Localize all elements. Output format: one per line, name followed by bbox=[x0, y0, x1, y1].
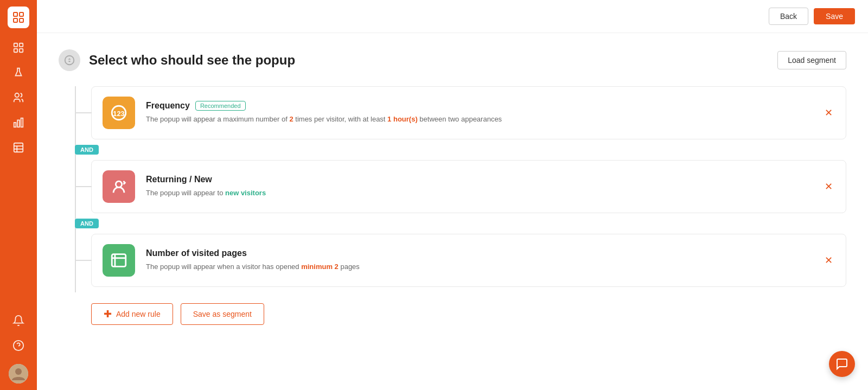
and-badge-2: AND bbox=[75, 219, 99, 228]
rule-card-returning: Returning / New The popup will appear to… bbox=[91, 160, 846, 213]
rule-block-returning: Returning / New The popup will appear to… bbox=[75, 160, 846, 213]
add-rule-label: Add new rule bbox=[116, 310, 161, 318]
rule-card-frequency: 123 Frequency Recommended The popup will… bbox=[91, 86, 846, 139]
save-segment-label: Save as segment bbox=[193, 310, 252, 318]
svg-rect-1 bbox=[20, 12, 23, 16]
svg-rect-4 bbox=[14, 43, 17, 47]
svg-point-23 bbox=[116, 181, 122, 187]
frequency-count: 2 bbox=[289, 115, 293, 123]
returning-title-row: Returning / New bbox=[146, 175, 813, 184]
rules-container: 123 Frequency Recommended The popup will… bbox=[75, 86, 846, 325]
plus-icon: ✚ bbox=[104, 309, 112, 319]
sidebar-item-table[interactable] bbox=[8, 137, 29, 158]
sidebar-item-bell[interactable] bbox=[8, 310, 29, 331]
save-segment-button[interactable]: Save as segment bbox=[181, 303, 264, 325]
pages-icon bbox=[103, 244, 135, 277]
bottom-actions: ✚ Add new rule Save as segment bbox=[91, 303, 846, 325]
returning-icon bbox=[103, 170, 135, 203]
add-rule-button[interactable]: ✚ Add new rule bbox=[91, 303, 173, 325]
pages-title-row: Number of visited pages bbox=[146, 248, 813, 258]
pages-close-button[interactable]: ✕ bbox=[822, 254, 835, 267]
and-connector-2: AND bbox=[75, 219, 846, 228]
svg-rect-10 bbox=[17, 120, 20, 127]
frequency-close-button[interactable]: ✕ bbox=[822, 106, 835, 119]
pages-title: Number of visited pages bbox=[146, 248, 247, 258]
main-content: Back Save Select who should see the popu… bbox=[37, 0, 868, 390]
sidebar-item-help[interactable] bbox=[8, 335, 29, 356]
chat-bubble-button[interactable] bbox=[829, 351, 855, 377]
recommended-badge: Recommended bbox=[195, 101, 246, 111]
save-button[interactable]: Save bbox=[814, 8, 855, 24]
topbar: Back Save bbox=[37, 0, 868, 33]
sidebar-item-lab[interactable] bbox=[8, 62, 29, 84]
frequency-title-row: Frequency Recommended bbox=[146, 101, 813, 111]
svg-rect-6 bbox=[14, 49, 17, 52]
svg-point-8 bbox=[15, 93, 19, 97]
frequency-icon: 123 bbox=[103, 97, 135, 129]
page-header: Select who should see the popup Load seg… bbox=[59, 49, 846, 71]
returning-close-button[interactable]: ✕ bbox=[822, 180, 835, 193]
and-connector-1: AND bbox=[75, 145, 846, 155]
content-area: Select who should see the popup Load seg… bbox=[37, 33, 868, 390]
rule-card-pages: Number of visited pages The popup will a… bbox=[91, 234, 846, 287]
page-header-left: Select who should see the popup bbox=[59, 49, 295, 71]
pages-content: Number of visited pages The popup will a… bbox=[146, 248, 813, 272]
sidebar-item-users[interactable] bbox=[8, 87, 29, 108]
svg-rect-12 bbox=[14, 143, 23, 152]
svg-rect-24 bbox=[112, 254, 126, 267]
sidebar-item-grid[interactable] bbox=[8, 37, 29, 59]
returning-content: Returning / New The popup will appear to… bbox=[146, 175, 813, 199]
page-icon bbox=[59, 49, 80, 71]
pages-minimum: minimum 2 bbox=[301, 263, 339, 271]
svg-rect-9 bbox=[14, 123, 16, 127]
frequency-content: Frequency Recommended The popup will app… bbox=[146, 101, 813, 125]
sidebar-logo[interactable] bbox=[8, 7, 29, 28]
load-segment-button[interactable]: Load segment bbox=[777, 51, 846, 69]
sidebar bbox=[0, 0, 37, 390]
back-button[interactable]: Back bbox=[769, 8, 808, 25]
returning-desc: The popup will appear to new visitors bbox=[146, 188, 813, 199]
page-title: Select who should see the popup bbox=[89, 53, 295, 68]
frequency-title: Frequency bbox=[146, 101, 190, 111]
svg-rect-11 bbox=[21, 118, 23, 127]
avatar[interactable] bbox=[9, 364, 28, 383]
svg-text:123: 123 bbox=[113, 110, 124, 118]
frequency-hours: 1 hour(s) bbox=[387, 115, 418, 123]
sidebar-item-chart[interactable] bbox=[8, 112, 29, 133]
rule-block-pages: Number of visited pages The popup will a… bbox=[75, 234, 846, 287]
svg-rect-5 bbox=[20, 43, 23, 47]
svg-rect-2 bbox=[14, 18, 17, 22]
returning-title: Returning / New bbox=[146, 175, 212, 184]
frequency-desc: The popup will appear a maximum number o… bbox=[146, 114, 813, 125]
rule-block-frequency: 123 Frequency Recommended The popup will… bbox=[75, 86, 846, 139]
svg-rect-0 bbox=[14, 12, 17, 16]
svg-point-19 bbox=[15, 368, 22, 375]
and-badge-1: AND bbox=[75, 145, 99, 155]
svg-rect-3 bbox=[20, 18, 23, 22]
pages-desc: The popup will appear when a visitor has… bbox=[146, 261, 813, 272]
svg-rect-7 bbox=[20, 49, 23, 52]
returning-type: new visitors bbox=[225, 189, 266, 197]
